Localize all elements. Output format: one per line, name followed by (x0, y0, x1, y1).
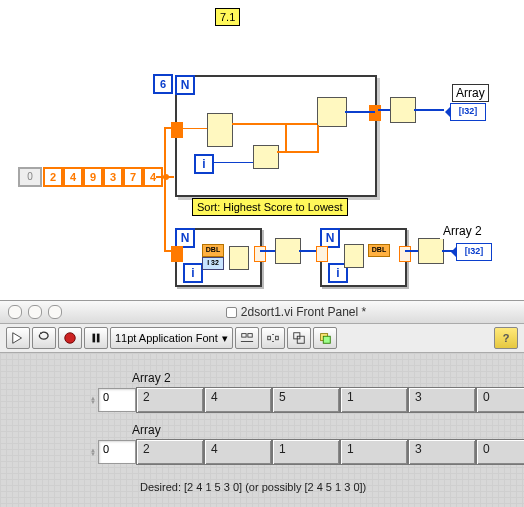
svg-rect-2 (97, 334, 100, 343)
window-title: 2dsort1.vi Front Panel * (68, 305, 524, 319)
constant-array: 0 2 4 9 3 7 4 (18, 167, 163, 187)
array-control[interactable]: Array ▲▼ 0 2 4 1 1 3 0 (90, 423, 524, 465)
window-titlebar: 2dsort1.vi Front Panel * (0, 301, 524, 324)
auto-index-tunnel-out (369, 105, 381, 121)
align-objects-button[interactable] (235, 327, 259, 349)
array-cell-0[interactable]: 2 (136, 439, 204, 465)
abort-icon (63, 331, 77, 345)
svg-point-0 (65, 333, 76, 344)
svg-rect-1 (93, 334, 96, 343)
sort-1d-array-node (390, 97, 416, 123)
array2-label: Array 2 (130, 371, 524, 385)
array-label: Array (130, 423, 524, 437)
const-cell-3: 3 (103, 167, 123, 187)
front-panel-area: Array 2 ▲▼ 0 2 4 5 1 3 0 0 Array ▲▼ 0 2 … (0, 353, 524, 507)
pause-button[interactable] (84, 327, 108, 349)
tunnel-l1-out (254, 246, 266, 262)
for-loop-right: N i DBL (320, 228, 407, 287)
window-minimize-button[interactable] (28, 305, 42, 319)
svg-rect-6 (268, 336, 271, 340)
array2-index-stepper[interactable]: ▲▼ (90, 396, 96, 404)
tunnel-l1 (171, 246, 183, 262)
array2-indicator-terminal: [I32] (456, 243, 492, 261)
i-terminal: i (194, 154, 214, 174)
array2-cell-2[interactable]: 5 (272, 387, 340, 413)
n-terminal: N (175, 75, 195, 95)
distribute-icon (266, 331, 280, 345)
pause-icon (89, 331, 103, 345)
convert-node (418, 238, 444, 264)
auto-index-tunnel-in (171, 122, 183, 138)
resize-objects-button[interactable] (287, 327, 311, 349)
const-cell-0: 2 (43, 167, 63, 187)
font-selector[interactable]: 11pt Application Font ▾ (110, 327, 233, 349)
array2-cell-0[interactable]: 2 (136, 387, 204, 413)
window-zoom-button[interactable] (48, 305, 62, 319)
help-button[interactable]: ? (494, 327, 518, 349)
svg-rect-7 (275, 336, 278, 340)
array2-cell-4[interactable]: 3 (408, 387, 476, 413)
version-label: 7.1 (215, 8, 240, 26)
bundle-node (207, 113, 233, 147)
const-cell-1: 4 (63, 167, 83, 187)
svg-rect-4 (248, 334, 252, 338)
desired-output-label: Desired: [2 4 1 5 3 0] (or possibly [2 4… (140, 481, 366, 493)
run-continuous-button[interactable] (32, 327, 56, 349)
array-cell-5[interactable]: 0 (476, 439, 524, 465)
n-terminal-3: N (320, 228, 340, 248)
reorder-icon (318, 331, 332, 345)
unbundle-node (344, 244, 364, 268)
run-continuous-icon (37, 331, 51, 345)
array2-cell-3[interactable]: 1 (340, 387, 408, 413)
sort-node-2 (275, 238, 301, 264)
constant-array-index: 0 (18, 167, 42, 187)
array2-index-input[interactable]: 0 (98, 388, 136, 412)
reorder-button[interactable] (313, 327, 337, 349)
window-close-button[interactable] (8, 305, 22, 319)
array-index-input[interactable]: 0 (98, 440, 136, 464)
run-button[interactable] (6, 327, 30, 349)
sort-label: Sort: Highest Score to Lowest (192, 198, 348, 216)
distribute-objects-button[interactable] (261, 327, 285, 349)
resize-icon (292, 331, 306, 345)
tunnel-l2-out (399, 246, 411, 262)
abort-button[interactable] (58, 327, 82, 349)
array-indicator-label: Array (452, 84, 489, 102)
i-terminal-2: i (183, 263, 203, 283)
bundle-node-2 (229, 246, 249, 270)
dbl-cast-icon: DBL (202, 244, 224, 257)
array-cell-2[interactable]: 1 (272, 439, 340, 465)
dbl-cast-icon-2: DBL (368, 244, 390, 257)
chevron-down-icon: ▾ (222, 332, 228, 345)
tunnel-l2 (316, 246, 328, 262)
build-array-node (253, 145, 279, 169)
for-loop-left: N i DBL I 32 (175, 228, 262, 287)
array2-control[interactable]: Array 2 ▲▼ 0 2 4 5 1 3 0 0 (90, 371, 524, 413)
const-cell-2: 9 (83, 167, 103, 187)
n-terminal-2: N (175, 228, 195, 248)
array2-cell-5[interactable]: 0 (476, 387, 524, 413)
toolbar: 11pt Application Font ▾ ? (0, 324, 524, 353)
run-arrow-icon (11, 331, 25, 345)
i32-cast-icon: I 32 (202, 257, 224, 270)
svg-rect-13 (323, 336, 330, 343)
numeric-constant-6: 6 (153, 74, 173, 94)
array2-cell-1[interactable]: 4 (204, 387, 272, 413)
align-icon (240, 331, 254, 345)
array-cell-4[interactable]: 3 (408, 439, 476, 465)
array-index-stepper[interactable]: ▲▼ (90, 448, 96, 456)
array2-indicator-label: Array 2 (440, 223, 485, 239)
const-cell-4: 7 (123, 167, 143, 187)
svg-rect-3 (242, 334, 246, 338)
array-cell-3[interactable]: 1 (340, 439, 408, 465)
for-loop-main: N i (175, 75, 377, 197)
array-indicator-terminal: [I32] (450, 103, 486, 121)
vi-dirty-icon (226, 307, 237, 318)
front-panel-window: 2dsort1.vi Front Panel * 11pt Applicatio… (0, 300, 524, 507)
array-cell-1[interactable]: 4 (204, 439, 272, 465)
cluster-node (317, 97, 347, 127)
svg-rect-11 (297, 336, 304, 343)
